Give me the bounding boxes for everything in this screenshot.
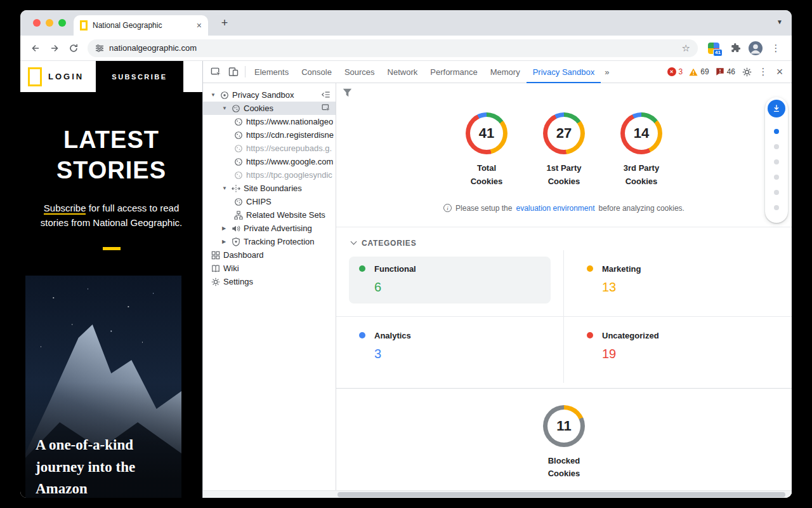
tree-item-label: https://securepubads.g. (246, 144, 332, 153)
chevron-right-icon[interactable]: ▶ (222, 239, 231, 244)
address-bar[interactable]: nationalgeographic.com ☆ (88, 39, 698, 57)
section-dot[interactable] (774, 144, 779, 149)
filter-button[interactable] (343, 88, 352, 100)
section-dot[interactable] (774, 205, 779, 210)
subscribe-button[interactable]: SUBSCRIBE (96, 61, 183, 92)
section-dot[interactable] (774, 175, 779, 180)
section-dot[interactable] (774, 190, 779, 195)
profile-avatar[interactable] (747, 40, 764, 57)
chevron-down-icon[interactable]: ▼ (222, 105, 231, 111)
puzzle-icon (730, 43, 741, 53)
more-tabs-button[interactable]: » (601, 67, 613, 77)
tab-privacy-sandbox[interactable]: Privacy Sandbox (527, 61, 601, 83)
category-cell-uncategorized[interactable]: Uncategorized 19 (564, 317, 792, 383)
warning-badge[interactable]: 69 (689, 67, 709, 76)
blocked-cookies-section: 11 Blocked Cookies (336, 405, 792, 481)
tab-network[interactable]: Network (381, 61, 424, 83)
megaphone-icon (231, 224, 240, 233)
minimize-window-button[interactable] (46, 19, 53, 27)
categories-grid: Functional 6 Marketing 1 (336, 250, 792, 383)
tab-close-icon[interactable]: × (197, 21, 202, 30)
chevron-right-icon[interactable]: ▶ (222, 225, 231, 231)
tree-item-cookie-origin[interactable]: https://www.nationalgeo (203, 115, 336, 128)
category-value: 6 (374, 280, 540, 295)
tab-elements[interactable]: Elements (248, 61, 295, 83)
browser-tab[interactable]: National Geographic × (74, 15, 208, 36)
tree-item-settings[interactable]: Settings (203, 275, 336, 288)
donut-first-party-cookies: 27 1st Party Cookies (543, 112, 585, 189)
donut-value: 11 (556, 418, 571, 434)
inspect-icon[interactable] (322, 104, 331, 114)
category-value: 19 (602, 347, 769, 361)
tree-item-site-boundaries[interactable]: ▼ Site Boundaries (203, 182, 336, 195)
back-button[interactable] (27, 39, 44, 57)
tab-search-chevron-icon[interactable]: ▼ (776, 18, 783, 25)
tab-sources[interactable]: Sources (338, 61, 381, 83)
category-cell-marketing[interactable]: Marketing 13 (564, 250, 792, 317)
funnel-icon (343, 88, 352, 97)
scrollbar-thumb[interactable] (337, 492, 785, 497)
tree-item-label: https://tpc.googlesyndic (246, 170, 332, 180)
device-toolbar-button[interactable] (225, 67, 242, 77)
tree-item-privacy-sandbox[interactable]: ▼ Privacy Sandbox (203, 88, 336, 102)
devtools-body: ▼ Privacy Sandbox ▼ Cookies https://www.… (203, 83, 792, 498)
error-badge[interactable]: × 3 (667, 67, 683, 76)
issues-badge[interactable]: 46 (716, 67, 735, 76)
cookie-icon (233, 170, 243, 180)
yellow-divider (103, 247, 121, 250)
natgeo-header: LOGIN SUBSCRIBE (20, 61, 202, 92)
inspect-element-button[interactable] (207, 67, 225, 77)
tree-item-label: CHIPS (246, 197, 272, 206)
category-cell-functional[interactable]: Functional 6 (336, 250, 564, 317)
categories-header[interactable]: CATEGORIES (336, 227, 792, 250)
forward-button[interactable] (46, 39, 63, 57)
tree-item-cookie-origin[interactable]: https://www.google.com (203, 155, 336, 168)
kebab-icon: ⋮ (771, 43, 781, 54)
devtools-menu-button[interactable]: ⋮ (755, 66, 771, 77)
download-report-button[interactable] (768, 100, 785, 117)
maximize-window-button[interactable] (58, 19, 66, 27)
category-cell-analytics[interactable]: Analytics 3 (336, 317, 564, 383)
chevron-down-icon[interactable]: ▼ (222, 185, 231, 191)
window-content: LOGIN SUBSCRIBE LATEST STORIES Subscribe… (20, 61, 792, 498)
tab-memory[interactable]: Memory (484, 61, 527, 83)
tree-item-cookie-origin[interactable]: https://cdn.registerdisne (203, 128, 336, 142)
tab-console[interactable]: Console (295, 61, 338, 83)
extensions-button[interactable] (727, 40, 743, 57)
tree-item-tracking-protection[interactable]: ▶ Tracking Protection (203, 235, 336, 248)
devtools-settings-button[interactable] (738, 67, 755, 77)
devtools-close-button[interactable]: × (771, 66, 788, 77)
tree-item-wiki[interactable]: Wiki (203, 262, 336, 275)
privacy-sandbox-extension-icon[interactable]: 41 (708, 43, 719, 54)
close-window-button[interactable] (33, 19, 41, 27)
tree-item-label: https://www.google.com (246, 157, 333, 166)
new-tab-button[interactable]: + (217, 16, 232, 31)
chevron-down-icon[interactable] (351, 239, 357, 245)
collapse-sidebar-icon[interactable] (321, 90, 331, 101)
browser-menu-button[interactable]: ⋮ (768, 40, 784, 57)
chevron-down-icon[interactable]: ▼ (211, 92, 219, 98)
tree-item-dashboard[interactable]: Dashboard (203, 248, 336, 262)
reload-button[interactable] (65, 39, 82, 57)
section-dot-active[interactable] (774, 129, 779, 134)
tab-strip: National Geographic × + ▼ (20, 10, 792, 36)
subscribe-inline-link[interactable]: Subscribe (44, 203, 86, 215)
natgeo-logo-icon[interactable] (28, 67, 42, 86)
tree-item-related-website-sets[interactable]: Related Website Sets (203, 208, 336, 222)
tree-item-cookie-origin[interactable]: https://tpc.googlesyndic (203, 168, 336, 182)
tab-performance[interactable]: Performance (424, 61, 483, 83)
cookie-icon (233, 117, 243, 126)
tree-item-chips[interactable]: CHIPS (203, 195, 336, 208)
url-text[interactable]: nationalgeographic.com (109, 43, 677, 53)
section-dot[interactable] (774, 159, 779, 164)
bookmark-star-icon[interactable]: ☆ (682, 43, 690, 54)
donut-blocked-cookies: 11 Blocked Cookies (543, 405, 585, 481)
tree-item-private-advertising[interactable]: ▶ Private Advertising (203, 222, 336, 235)
login-link[interactable]: LOGIN (48, 72, 84, 81)
evaluation-environment-link[interactable]: evaluation environment (516, 204, 594, 213)
tree-item-cookies[interactable]: ▼ Cookies (203, 102, 336, 115)
horizontal-scrollbar[interactable] (203, 490, 792, 498)
site-settings-icon[interactable] (95, 44, 104, 53)
tree-item-cookie-origin[interactable]: https://securepubads.g. (203, 142, 336, 155)
hero-caption[interactable]: A one-of-a-kind journey into the Amazon (36, 434, 173, 498)
